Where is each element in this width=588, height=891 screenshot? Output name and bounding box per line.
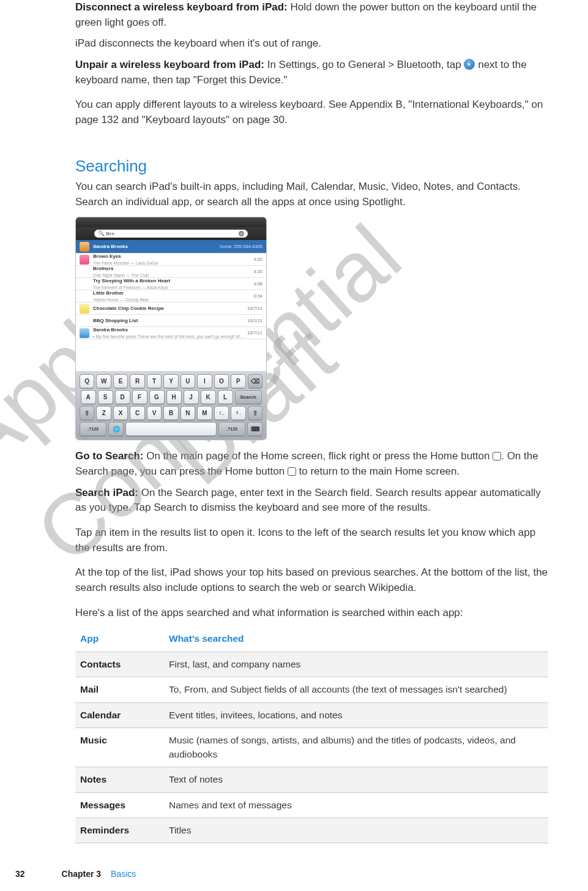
home-button-icon	[288, 467, 296, 476]
para-disconnect: Disconnect a wireless keyboard from iPad…	[75, 0, 548, 30]
search-result-row[interactable]: BBQ Shopping List 10/1/11	[76, 315, 266, 327]
result-title: Brothers	[93, 265, 251, 273]
result-title: Little Brother	[93, 290, 251, 297]
cell-what: First, last, and company names	[164, 652, 548, 677]
key-y[interactable]: Y	[163, 374, 178, 388]
mail-icon	[80, 328, 89, 338]
key-numbers-right[interactable]: .?123	[218, 422, 245, 436]
result-title: Try Sleeping With a Broken Heart	[93, 277, 251, 285]
key-w[interactable]: W	[96, 374, 111, 388]
searchipad-body: On the Search page, enter text in the Se…	[75, 487, 541, 514]
key-q[interactable]: Q	[80, 374, 94, 388]
key-i[interactable]: I	[197, 374, 212, 388]
search-result-row[interactable]: Chocolate Chip Cookie Recipe 10/7/11	[76, 303, 266, 315]
key-period[interactable]: ? .	[231, 406, 245, 420]
cell-app: Contacts	[75, 652, 164, 677]
search-result-row[interactable]: Try Sleeping With a Broken HeartThe Elem…	[76, 278, 266, 290]
key-globe[interactable]: 🌐	[108, 422, 124, 436]
apps-search-table: App What's searched Contacts First, last…	[75, 626, 548, 843]
key-b[interactable]: B	[163, 406, 178, 420]
search-icon: 🔍	[98, 230, 105, 236]
result-title: BBQ Shopping List	[93, 317, 245, 325]
para-unpair: Unpair a wireless keyboard from iPad: In…	[75, 58, 548, 88]
cell-what: Titles	[164, 818, 548, 843]
cell-app: Calendar	[75, 702, 164, 727]
cell-what: Music (names of songs, artists, and albu…	[164, 728, 548, 767]
result-title: Brown Eyes	[93, 253, 251, 260]
result-subtitle: • My five favorite parks These are the b…	[93, 334, 245, 340]
key-m[interactable]: M	[197, 406, 212, 420]
table-row: Music Music (names of songs, artists, an…	[75, 728, 548, 767]
result-meta: 4:02	[253, 257, 262, 263]
search-result-row[interactable]: Sandra Brooks• My five favorite parks Th…	[76, 327, 266, 339]
key-z[interactable]: Z	[96, 406, 111, 420]
key-l[interactable]: L	[218, 390, 233, 404]
search-result-row[interactable]: BrothersOne Night Stand — The Chip 4:20	[76, 266, 266, 278]
table-row: Notes Text of notes	[75, 767, 548, 792]
detail-disclosure-icon	[464, 59, 475, 70]
key-f[interactable]: F	[132, 390, 147, 404]
cell-what: Text of notes	[164, 767, 548, 792]
table-header-what: What's searched	[164, 626, 548, 652]
table-row: Contacts First, last, and company names	[75, 652, 548, 677]
key-numbers[interactable]: .?123	[80, 422, 106, 436]
key-a[interactable]: A	[81, 390, 96, 404]
key-u[interactable]: U	[180, 374, 195, 388]
key-n[interactable]: N	[180, 406, 195, 420]
key-v[interactable]: V	[147, 406, 162, 420]
onscreen-keyboard: Q W E R T Y U I O P ⌫ A S D F G H J K	[76, 371, 266, 440]
key-hide-keyboard[interactable]: ⌨	[247, 422, 262, 436]
key-d[interactable]: D	[115, 390, 130, 404]
key-comma[interactable]: ! ,	[214, 406, 229, 420]
result-title: Sandra Brooks	[93, 243, 217, 250]
key-search[interactable]: Search	[235, 390, 262, 404]
search-field[interactable]: 🔍 Bro ×	[94, 230, 248, 238]
key-r[interactable]: R	[130, 374, 144, 388]
para-layouts: You can apply different layouts to a wir…	[75, 97, 548, 127]
key-shift-right[interactable]: ⇧	[248, 406, 262, 420]
key-t[interactable]: T	[147, 374, 162, 388]
search-bar: 🔍 Bro ×	[76, 227, 266, 240]
key-e[interactable]: E	[113, 374, 128, 388]
para-search-ipad: Search iPad: On the Search page, enter t…	[75, 486, 548, 516]
key-space[interactable]	[125, 422, 217, 436]
search-result-row[interactable]: Sandra Brooks home: 555-584-8365	[76, 240, 266, 254]
key-p[interactable]: P	[231, 374, 245, 388]
key-x[interactable]: X	[113, 406, 128, 420]
page-number: 32	[15, 868, 25, 880]
search-result-row[interactable]: Brown EyesThe Fame Monster — Lady GaGa 4…	[76, 254, 266, 266]
clear-search-icon[interactable]: ×	[239, 231, 244, 236]
key-g[interactable]: G	[149, 390, 165, 404]
result-meta: 10/7/11	[247, 330, 262, 337]
disconnect-title: Disconnect a wireless keyboard from iPad…	[75, 1, 288, 13]
cell-what: To, From, and Subject fields of all acco…	[164, 677, 548, 702]
table-row: Mail To, From, and Subject fields of all…	[75, 677, 548, 702]
table-row: Calendar Event titles, invitees, locatio…	[75, 702, 548, 727]
unpair-body-a: In Settings, go to General > Bluetooth, …	[264, 59, 464, 70]
cell-app: Notes	[75, 767, 164, 792]
table-header-app: App	[75, 626, 164, 652]
key-s[interactable]: S	[98, 390, 113, 404]
heading-searching: Searching	[75, 155, 548, 178]
goto-body-c: to return to the main Home screen.	[296, 465, 460, 477]
key-shift[interactable]: ⇧	[80, 406, 94, 420]
result-meta: 0:34	[253, 293, 262, 300]
key-backspace[interactable]: ⌫	[248, 374, 262, 388]
key-c[interactable]: C	[130, 406, 144, 420]
key-o[interactable]: O	[214, 374, 229, 388]
cell-app: Reminders	[75, 818, 164, 843]
key-j[interactable]: J	[184, 390, 199, 404]
result-meta: 4:08	[253, 281, 262, 288]
result-meta: 10/7/11	[247, 306, 262, 312]
table-row: Reminders Titles	[75, 818, 548, 843]
status-bar	[76, 217, 266, 227]
chapter-name: Basics	[111, 869, 136, 879]
contacts-icon	[80, 242, 89, 252]
spotlight-screenshot: 🔍 Bro × Sandra Brooks home: 555-584-8365…	[75, 217, 267, 440]
search-result-row[interactable]: Little BrotherYellow House — Grizzly Bea…	[76, 290, 266, 303]
search-results-list: Sandra Brooks home: 555-584-8365 Brown E…	[76, 240, 266, 339]
key-h[interactable]: H	[166, 390, 182, 404]
page-footer: 32 Chapter 3 Basics	[15, 868, 136, 880]
cell-what: Names and text of messages	[164, 792, 548, 818]
key-k[interactable]: K	[201, 390, 216, 404]
